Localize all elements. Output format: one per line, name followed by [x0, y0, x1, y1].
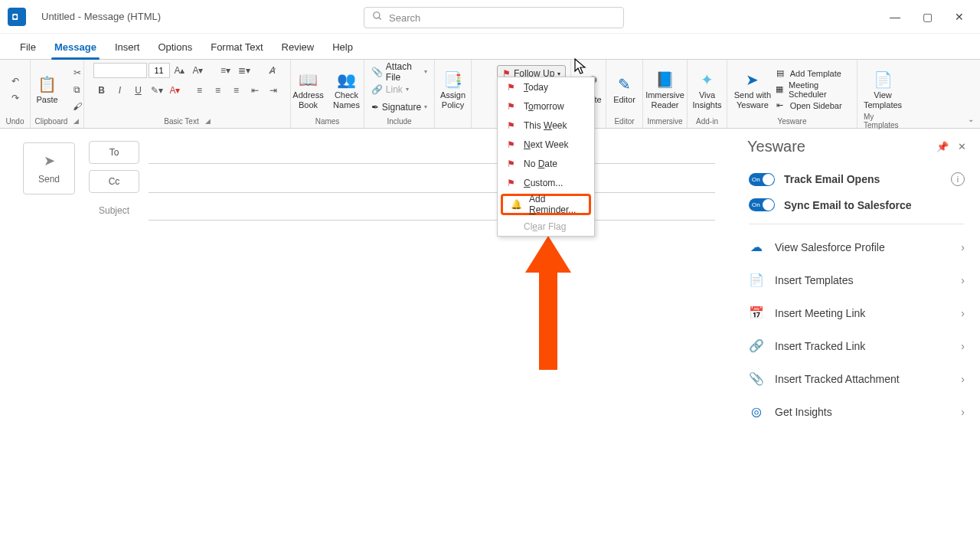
insert-tracked-attachment-button[interactable]: 📎Insert Tracked Attachment›: [741, 362, 972, 395]
collapse-ribbon-button[interactable]: ⌄: [968, 115, 974, 123]
view-templates-button[interactable]: 📄 View Templates: [861, 64, 905, 115]
numbering-button[interactable]: ≣▾: [236, 63, 253, 78]
outlook-icon: [8, 8, 26, 26]
signature-icon: ✒: [371, 102, 379, 113]
clipboard-launcher[interactable]: ◢: [74, 117, 79, 125]
menu-add-reminder[interactable]: 🔔Add Reminder...: [503, 196, 589, 213]
shrink-font-button[interactable]: A▾: [190, 63, 207, 78]
get-insights-button[interactable]: ◎Get Insights›: [741, 395, 972, 428]
pin-icon[interactable]: 📌: [936, 141, 949, 152]
indent-increase-button[interactable]: ⇥: [265, 83, 282, 98]
open-sidebar-button[interactable]: ⇤Open Sidebar: [775, 98, 851, 113]
tab-format-text[interactable]: Format Text: [201, 35, 272, 59]
add-template-button[interactable]: ▤Add Template: [775, 66, 851, 81]
paste-button[interactable]: 📋 Paste: [29, 64, 66, 115]
menu-next-week[interactable]: ⚑Next Week: [498, 135, 594, 154]
assign-policy-button[interactable]: 📑 Assign Policy: [436, 64, 470, 115]
toggle-on-label: On: [752, 176, 760, 183]
underline-button[interactable]: U: [130, 83, 147, 98]
link-button[interactable]: 🔗Link▾: [368, 82, 430, 97]
send-button[interactable]: ➤ Send: [23, 142, 75, 194]
close-button[interactable]: ✕: [943, 5, 975, 28]
view-profile-label: View Salesforce Profile: [775, 241, 885, 253]
window-title: Untitled - Message (HTML): [41, 11, 161, 22]
view-salesforce-profile-button[interactable]: ☁View Salesforce Profile›: [741, 230, 972, 263]
link-label: Link: [386, 84, 403, 95]
attach-file-button[interactable]: 📎Attach File▾: [368, 64, 430, 80]
undo-button[interactable]: ↶: [7, 74, 24, 89]
minimize-button[interactable]: ―: [879, 5, 911, 28]
tab-help[interactable]: Help: [323, 35, 362, 59]
font-name-input[interactable]: [93, 63, 147, 78]
close-icon[interactable]: ✕: [958, 141, 966, 152]
menu-custom[interactable]: ⚑Custom...: [498, 173, 594, 192]
insert-templates-button[interactable]: 📄Insert Templates›: [741, 263, 972, 296]
tab-message[interactable]: Message: [45, 35, 106, 59]
templates-icon: 📄: [874, 69, 893, 90]
align-right-button[interactable]: ≡: [228, 83, 245, 98]
menu-tomorrow[interactable]: ⚑Tomorrow: [498, 96, 594, 116]
toggle-on-label: On: [752, 201, 760, 208]
get-insights-label: Get Insights: [775, 406, 832, 418]
bullets-button[interactable]: ≡▾: [217, 63, 234, 78]
cc-input[interactable]: [149, 170, 715, 193]
editor-icon: ✎: [618, 74, 631, 95]
subject-input[interactable]: [149, 201, 715, 221]
send-with-yesware-button[interactable]: ➤ Send with Yesware: [733, 64, 772, 115]
maximize-button[interactable]: ▢: [911, 5, 943, 28]
immersive-reader-button[interactable]: 📘 Immersive Reader: [645, 64, 685, 115]
viva-label: Viva Insights: [690, 90, 725, 109]
grow-font-button[interactable]: A▴: [172, 63, 188, 78]
message-body[interactable]: [23, 237, 733, 528]
signature-button[interactable]: ✒Signature▾: [368, 100, 430, 115]
bold-button[interactable]: B: [93, 83, 110, 98]
menu-today[interactable]: ⚑Today: [498, 77, 594, 96]
tab-review[interactable]: Review: [273, 35, 324, 59]
to-button[interactable]: To: [89, 141, 139, 164]
meeting-scheduler-button[interactable]: ▦Meeting Scheduler: [775, 82, 851, 97]
menu-no-date[interactable]: ⚑No Date: [498, 154, 594, 173]
search-placeholder: Search: [389, 12, 420, 24]
insert-tracked-link-button[interactable]: 🔗Insert Tracked Link›: [741, 329, 972, 362]
group-immersive-label: Immersive: [647, 116, 682, 126]
yesware-pane: Yesware 📌 ✕ On Track Email Opens i On Sy…: [741, 130, 972, 528]
ribbon: ↶ ↷ Undo 📋 Paste ✂ ⧉ 🖌 Clipboard◢ A▴ A▾: [0, 60, 980, 129]
align-left-button[interactable]: ≡: [191, 83, 208, 98]
italic-button[interactable]: I: [112, 83, 129, 98]
sync-salesforce-toggle[interactable]: On: [749, 198, 775, 211]
basictext-launcher[interactable]: ◢: [205, 117, 211, 125]
tab-insert[interactable]: Insert: [106, 35, 149, 59]
viva-insights-button[interactable]: ✦ Viva Insights: [690, 64, 725, 115]
editor-button[interactable]: ✎ Editor: [609, 64, 640, 115]
search-input[interactable]: Search: [364, 7, 624, 28]
attach-file-label: Attach File: [386, 61, 421, 83]
paperclip-icon: 📎: [371, 67, 383, 77]
svg-point-1: [374, 12, 380, 18]
address-book-button[interactable]: 📖 Address Book: [291, 64, 326, 115]
insert-meeting-link-button[interactable]: 📅Insert Meeting Link›: [741, 296, 972, 329]
font-size-input[interactable]: [149, 63, 170, 78]
redo-button[interactable]: ↷: [7, 90, 24, 106]
document-icon: 📄: [749, 273, 764, 287]
track-opens-toggle[interactable]: On: [749, 173, 775, 186]
cut-button[interactable]: ✂: [69, 65, 86, 80]
tab-file[interactable]: File: [11, 35, 45, 59]
assign-policy-label: Assign Policy: [436, 90, 470, 109]
editor-label: Editor: [613, 95, 635, 104]
cc-button[interactable]: Cc: [89, 170, 139, 193]
check-names-button[interactable]: 👥 Check Names: [329, 64, 364, 115]
send-label: Send: [38, 174, 60, 185]
menu-this-week[interactable]: ⚑This Week: [498, 116, 594, 135]
font-color-button[interactable]: A▾: [167, 83, 184, 98]
indent-decrease-button[interactable]: ⇤: [247, 83, 263, 98]
clear-format-button[interactable]: A̷: [263, 63, 280, 78]
menu-clear-flag: Clear Flag: [498, 217, 594, 236]
align-center-button[interactable]: ≡: [210, 83, 227, 98]
format-painter-button[interactable]: 🖌: [69, 99, 86, 114]
copy-button[interactable]: ⧉: [69, 82, 86, 97]
signature-label: Signature: [382, 102, 421, 113]
tab-options[interactable]: Options: [149, 35, 201, 59]
info-icon[interactable]: i: [951, 172, 965, 186]
highlight-button[interactable]: ✎▾: [149, 83, 165, 98]
to-input[interactable]: [149, 141, 715, 164]
